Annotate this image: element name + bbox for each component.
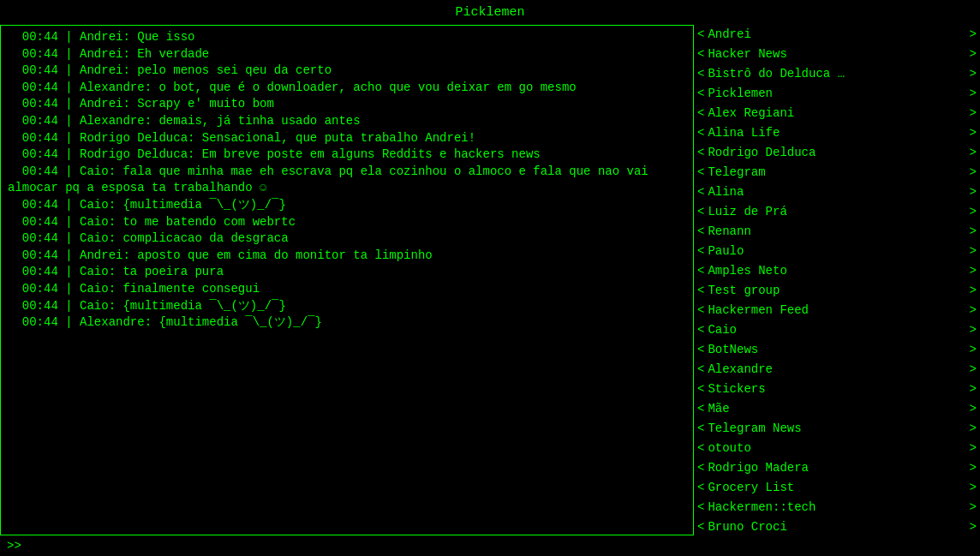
sidebar-item-name: otouto [708,439,965,457]
sidebar-item[interactable]: < otouto > [697,439,977,458]
sidebar-item[interactable]: < Hacker News > [697,45,977,64]
sidebar-item[interactable]: < Mãe > [697,399,977,419]
sidebar-item-name: Test group [708,282,965,300]
sidebar-item[interactable]: < BotNews > [697,340,977,360]
sidebar-right-bracket: > [970,361,977,379]
sidebar-right-bracket: > [970,85,977,103]
sidebar-left-bracket: < [697,164,704,182]
sidebar-left-bracket: < [697,420,704,438]
sidebar-right-bracket: > [970,321,977,339]
sidebar-item-name: Hackermen Feed [708,302,965,320]
sidebar-item[interactable]: < Hackermen Feed > [697,301,977,320]
sidebar-item[interactable]: < Renann > [697,222,977,242]
chat-line: 00:44 | Andrei: Scrapy e' muito bom [8,96,686,113]
sidebar-item-name: Alexandre [708,361,965,379]
chat-line: 00:44 | Rodrigo Delduca: Em breve poste … [8,146,686,164]
sidebar-item-name: Telegram News [708,420,965,438]
chat-line: 00:44 | Andrei: Que isso [8,29,686,46]
sidebar-right-bracket: > [970,341,977,359]
sidebar-left-bracket: < [697,321,704,339]
sidebar-right-bracket: > [970,242,977,260]
sidebar-right-bracket: > [970,223,977,241]
chat-line: 00:44 | Andrei: Eh verdade [8,46,686,63]
sidebar-item-name: Alex Regiani [708,105,965,123]
app-title: Picklemen [455,5,524,20]
sidebar-right-bracket: > [970,262,977,280]
sidebar-item-name: Bruno Croci [708,518,965,535]
main-area: 00:44 | Andrei: Que isso 00:44 | Andrei:… [0,25,980,535]
sidebar-left-bracket: < [697,124,704,142]
sidebar-item-name: Amples Neto [708,262,965,280]
sidebar-item[interactable]: < Telegram News > [697,419,977,439]
sidebar-left-bracket: < [697,479,704,497]
sidebar: < Andrei >< Hacker News >< Bistrô do Del… [694,25,980,535]
sidebar-item[interactable]: < Amples Neto > [697,261,977,281]
sidebar-item-name: Andrei [708,26,965,44]
sidebar-right-bracket: > [970,105,977,123]
sidebar-item[interactable]: < Alexandre > [697,360,977,380]
chat-line: 00:44 | Caio: fala que minha mae eh escr… [8,164,686,197]
sidebar-left-bracket: < [697,282,704,300]
app-container: Picklemen 00:44 | Andrei: Que isso 00:44… [0,0,980,556]
sidebar-item-name: Alina Life [708,124,965,142]
sidebar-right-bracket: > [970,203,977,221]
chat-line: 00:44 | Alexandre: demais, já tinha usad… [8,113,686,130]
chat-line: 00:44 | Alexandre: {multimedia ¯\_(ツ)_/¯… [8,314,686,332]
sidebar-item-name: Hacker News [708,45,965,63]
sidebar-item[interactable]: < Bruno Croci > [697,517,977,535]
chat-line: 00:44 | Andrei: aposto que em cima do mo… [8,248,686,265]
sidebar-left-bracket: < [697,65,704,83]
sidebar-right-bracket: > [970,282,977,300]
sidebar-left-bracket: < [697,144,704,162]
chat-line: 00:44 | Caio: to me batendo com webrtc [8,214,686,231]
sidebar-item-name: Picklemen [708,85,965,103]
sidebar-item-name: Rodrigo Madera [708,459,965,477]
sidebar-left-bracket: < [697,26,704,44]
sidebar-item[interactable]: < Luiz de Prá > [697,202,977,222]
sidebar-item[interactable]: < Rodrigo Madera > [697,458,977,478]
sidebar-item[interactable]: < Paulo > [697,242,977,261]
sidebar-right-bracket: > [970,499,977,517]
sidebar-item[interactable]: < Alex Regiani > [697,104,977,123]
sidebar-item-name: Telegram [708,164,965,182]
sidebar-right-bracket: > [970,302,977,320]
sidebar-right-bracket: > [970,144,977,162]
sidebar-item[interactable]: < Grocery List > [697,478,977,498]
sidebar-left-bracket: < [697,262,704,280]
sidebar-item[interactable]: < Picklemen > [697,84,977,104]
sidebar-item-name: Grocery List [708,479,965,497]
sidebar-item[interactable]: < Stickers > [697,380,977,399]
sidebar-item[interactable]: < Caio > [697,320,977,340]
sidebar-right-bracket: > [970,518,977,535]
chat-line: 00:44 | Caio: {multimedia ¯\_(ツ)_/¯} [8,197,686,214]
sidebar-item[interactable]: < Bistrô do Delduca … > [697,64,977,84]
sidebar-item[interactable]: < Hackermen::tech > [697,498,977,517]
sidebar-item-name: Luiz de Prá [708,203,965,221]
chat-line: 00:44 | Andrei: pelo menos sei qeu da ce… [8,63,686,80]
sidebar-item-name: Bistrô do Delduca … [708,65,965,83]
chat-line: 00:44 | Alexandre: o bot, que é o downlo… [8,80,686,97]
sidebar-right-bracket: > [970,459,977,477]
sidebar-left-bracket: < [697,518,704,535]
sidebar-item[interactable]: < Alina > [697,182,977,202]
sidebar-item-name: Alina [708,183,965,201]
chat-panel[interactable]: 00:44 | Andrei: Que isso 00:44 | Andrei:… [0,25,694,535]
sidebar-item-name: Rodrigo Delduca [708,144,965,162]
sidebar-item[interactable]: < Andrei > [697,25,977,45]
sidebar-right-bracket: > [970,65,977,83]
sidebar-right-bracket: > [970,124,977,142]
prompt-bar[interactable]: >> [0,535,980,556]
sidebar-left-bracket: < [697,439,704,457]
chat-line: 00:44 | Caio: complicacao da desgraca [8,230,686,248]
sidebar-right-bracket: > [970,420,977,438]
chat-line: 00:44 | Caio: finalmente consegui [8,281,686,298]
sidebar-left-bracket: < [697,361,704,379]
sidebar-item-name: Renann [708,223,965,241]
sidebar-right-bracket: > [970,183,977,201]
sidebar-item[interactable]: < Rodrigo Delduca > [697,143,977,163]
sidebar-item[interactable]: < Telegram > [697,163,977,182]
sidebar-item[interactable]: < Alina Life > [697,123,977,143]
sidebar-left-bracket: < [697,380,704,398]
sidebar-right-bracket: > [970,479,977,497]
sidebar-item[interactable]: < Test group > [697,281,977,301]
